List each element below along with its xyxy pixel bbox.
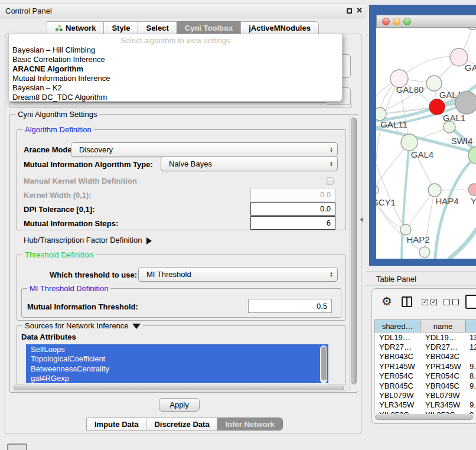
scrollbar-thumb[interactable] [375, 415, 473, 420]
cell-name[interactable]: YLR345W [421, 400, 467, 409]
cell-value[interactable]: 13 [467, 333, 476, 342]
kernel-width-field[interactable]: 0.0 [250, 188, 335, 201]
table-row[interactable]: YBR045C YBR045C 9. [375, 381, 476, 390]
settings-vertical-scrollbar[interactable] [349, 116, 358, 391]
network-edge[interactable] [399, 57, 459, 79]
settings-horizontal-scrollbar[interactable] [12, 384, 347, 392]
sources-toggle[interactable]: Sources for Network Inference [22, 321, 143, 330]
cell-shared-name[interactable]: YBL079W [375, 391, 421, 400]
cell-shared-name[interactable]: YLR345W [375, 400, 421, 409]
tab[interactable]: Impute Data [86, 418, 146, 431]
scrollbar-thumb[interactable] [321, 347, 327, 380]
document-icon[interactable] [465, 295, 476, 309]
algorithm-popup-item[interactable]: Basic Correlation Inference [9, 55, 342, 64]
cell-name[interactable]: YBL079W [421, 391, 467, 400]
network-canvas[interactable]: GALGAL80GAL10GAL1GAL11SWI4GAL4HAP4YGCY1H… [376, 28, 476, 259]
attribute-item[interactable]: BetweennessCentrality [26, 364, 328, 374]
minimize-traffic-light[interactable] [393, 18, 400, 25]
manual-kernel-checkbox[interactable] [326, 177, 334, 185]
cell-value[interactable]: 9. [467, 381, 476, 390]
table-row[interactable]: YIL053C YIL053C 9. [375, 410, 476, 414]
cell-value[interactable]: 12 [467, 343, 476, 351]
tab[interactable]: Discretize Data [146, 418, 217, 431]
table-row[interactable]: YDL19… YDL19… 13 [375, 332, 476, 342]
network-node[interactable] [419, 247, 430, 257]
tab[interactable]: Infer Network [217, 418, 283, 431]
network-node[interactable] [401, 134, 418, 151]
cell-shared-name[interactable]: YPR145W [375, 362, 421, 371]
tab[interactable]: Select [138, 21, 177, 34]
column-header[interactable]: name [420, 320, 466, 332]
splitter-collapse-arrow[interactable] [360, 217, 363, 222]
hub-section-toggle[interactable]: Hub/Transcription Factor Definition [24, 236, 152, 244]
algorithm-popup-item[interactable]: ARACNE Algorithm [9, 64, 342, 74]
close-icon[interactable]: ✕ [356, 6, 363, 15]
cell-value[interactable]: 8. [467, 371, 476, 380]
algorithm-popup-item[interactable]: Bayesian – K2 [9, 83, 342, 93]
columns-icon[interactable] [402, 296, 412, 307]
cell-shared-name[interactable]: YBR045C [375, 381, 421, 390]
algorithm-popup-item[interactable]: Bayesian – Hill Climbing [9, 45, 342, 55]
cell-shared-name[interactable]: YDR27… [375, 343, 421, 351]
table-row[interactable]: YPR145W YPR145W 9. [375, 361, 476, 371]
column-header[interactable]: shared… [374, 320, 420, 332]
cell-name[interactable]: YER054C [421, 371, 467, 380]
scrollbar-thumb[interactable] [14, 386, 344, 390]
network-edge[interactable] [449, 230, 476, 259]
dpi-tolerance-field[interactable]: 0.0 [250, 202, 335, 216]
gear-icon[interactable]: ⚙ [382, 294, 392, 308]
table-row[interactable]: YLR345W YLR345W 9. [375, 400, 476, 410]
mi-threshold-field[interactable]: 0.5 [248, 299, 332, 313]
network-node[interactable] [455, 92, 476, 114]
network-node[interactable] [465, 28, 476, 30]
cell-shared-name[interactable]: YDL19… [375, 333, 421, 342]
network-node[interactable] [376, 107, 386, 120]
table-row[interactable]: YBL079W YBL079W [375, 390, 476, 400]
tab[interactable]: Cyni Toolbox [177, 21, 241, 34]
tab[interactable]: jActiveMNodules [240, 21, 319, 34]
table-row[interactable]: YDR27… YDR27… 12 [375, 342, 476, 351]
table-row[interactable]: YBR043C YBR043C [375, 352, 476, 361]
network-edge[interactable] [406, 190, 435, 230]
network-node[interactable] [468, 184, 476, 195]
network-edge[interactable] [376, 142, 409, 190]
apply-button[interactable]: Apply [159, 398, 200, 412]
attribute-item[interactable]: gal4RGexp [26, 374, 328, 384]
float-icon[interactable] [347, 8, 352, 14]
attribute-item[interactable]: SelfLoops [26, 344, 328, 354]
cell-name[interactable]: YPR145W [421, 362, 467, 371]
cell-shared-name[interactable]: YER054C [375, 371, 421, 380]
network-node[interactable] [426, 76, 442, 91]
zoom-traffic-light[interactable] [403, 18, 411, 25]
network-node[interactable] [376, 185, 379, 195]
mi-steps-field[interactable]: 6 [250, 216, 335, 230]
algorithm-popup-item[interactable]: Mutual Information Inference [9, 74, 342, 83]
network-window-titlebar[interactable] [376, 15, 476, 28]
deselect-all-checkboxes-icon[interactable] [444, 299, 459, 305]
table-horizontal-scrollbar[interactable] [374, 414, 475, 420]
network-node[interactable] [400, 224, 411, 235]
network-node[interactable] [428, 184, 441, 197]
cell-value[interactable]: 9. [467, 362, 476, 371]
cell-name[interactable]: YBR043C [421, 352, 467, 361]
cell-shared-name[interactable]: YBR043C [375, 352, 421, 361]
attribute-item[interactable]: TopologicalCoefficient [26, 354, 328, 364]
close-traffic-light[interactable] [382, 18, 390, 25]
network-node[interactable] [444, 121, 455, 133]
aracne-mode-select[interactable]: Discovery ▲▼ [71, 142, 338, 157]
tab[interactable]: Style [103, 21, 138, 34]
mi-type-select[interactable]: Naive Bayes ▲▼ [161, 156, 338, 171]
table-row[interactable]: YER054C YER054C 8. [375, 371, 476, 381]
minimized-panel-icon[interactable] [7, 444, 27, 450]
which-threshold-select[interactable]: MI Threshold ▲▼ [138, 267, 338, 282]
cell-name[interactable]: YDL19… [421, 333, 467, 342]
select-all-checkboxes-icon[interactable]: ✓ ✓ [422, 299, 437, 305]
attributes-scrollbar[interactable] [320, 345, 327, 383]
tab[interactable]: Network [47, 21, 104, 34]
cell-name[interactable]: YDR27… [421, 343, 467, 351]
cell-value[interactable]: 9. [467, 400, 476, 409]
column-header[interactable] [466, 320, 476, 332]
network-edge[interactable] [435, 156, 476, 259]
scrollbar-thumb[interactable] [351, 118, 357, 384]
cell-name[interactable]: YBR045C [421, 381, 467, 390]
